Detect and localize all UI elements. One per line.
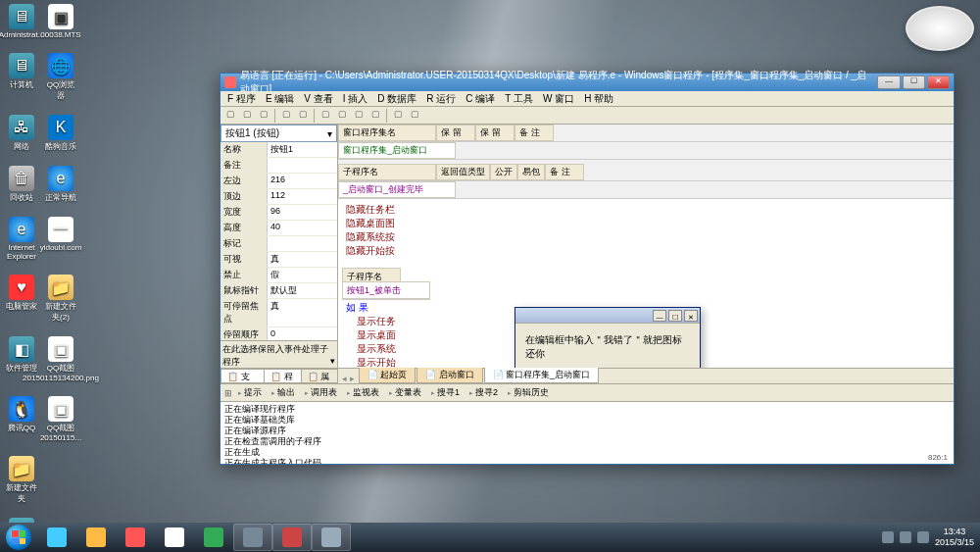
output-tab[interactable]: 搜寻1 [427,385,464,400]
menu-item[interactable]: R 运行 [421,91,461,106]
property-grid[interactable]: 名称按钮1备注左边216顶边112宽度96高度40标记可视真禁止假鼠标指针默认型… [220,142,337,340]
editor-tab[interactable]: 📄 启动窗口 [416,367,483,383]
subroutine-name-2[interactable]: 按钮1_被单击 [342,281,430,299]
property-row[interactable]: 鼠标指针默认型 [220,283,337,299]
menu-item[interactable]: D 数据库 [372,91,421,106]
dialog-minimize-button[interactable]: — [653,310,666,322]
code-editor[interactable]: 子程序名 按钮1_被单击 隐藏任务栏隐藏桌面图隐藏系统按隐藏开始按如 果 显示任… [338,199,954,368]
property-value[interactable]: 96 [268,205,337,220]
desktop-icon[interactable]: 🖧网络 [4,115,39,152]
sidebar-gadget[interactable] [906,6,974,51]
tray-icon[interactable] [917,531,929,543]
property-row[interactable]: 可视真 [220,252,337,268]
property-value[interactable]: 216 [268,174,337,188]
toolbar-button[interactable]: ▢ [390,108,406,124]
desktop-icon[interactable]: 一yidoubi.com [43,217,78,261]
output-tab[interactable]: 监视表 [343,385,383,400]
start-button[interactable] [0,523,37,552]
taskbar-item[interactable] [272,524,312,551]
ide-titlebar[interactable]: 易语言 [正在运行] - C:\Users\Administrator.USER… [220,74,954,91]
toolbar-button[interactable]: ▢ [351,108,367,124]
property-row[interactable]: 高度40 [220,221,337,236]
panel-tab[interactable]: 📋 支持库 [220,369,265,383]
output-tab[interactable]: 输出 [268,385,299,400]
menu-item[interactable]: T 工具 [500,91,538,106]
desktop-icon[interactable]: 🖥Administrat... [4,4,39,39]
output-tab[interactable]: 变量表 [385,385,425,400]
toolbar-button[interactable]: ▢ [368,108,383,124]
property-row[interactable]: 标记 [220,236,337,252]
desktop-icon[interactable]: ♥电脑管家 [4,275,39,323]
clock[interactable]: 13:43 2015/3/15 [935,527,974,548]
subroutine-name[interactable]: _启动窗口_创建完毕 [338,181,456,198]
desktop-icon[interactable]: ▣QQ截图20150115134200.png [43,336,78,382]
output-tab[interactable]: 调用表 [301,385,341,400]
menu-item[interactable]: E 编辑 [261,91,299,106]
menu-item[interactable]: W 窗口 [538,91,579,106]
assembly-name[interactable]: 窗口程序集_启动窗口 [338,142,456,159]
toolbar-button[interactable]: ▢ [334,108,350,124]
code-line[interactable]: 隐藏任务栏 [346,203,946,217]
property-row[interactable]: 左边216 [220,174,337,189]
property-row[interactable]: 停留顺序0 [220,327,337,340]
maximize-button[interactable]: ☐ [903,75,925,89]
toolbar-button[interactable]: ▢ [407,108,422,124]
desktop-icon[interactable]: e正常导航 [43,166,78,203]
property-value[interactable]: 真 [268,252,337,267]
object-selector[interactable]: 按钮1 (按钮) ▾ [220,125,337,142]
property-row[interactable]: 宽度96 [220,205,337,221]
desktop-icon[interactable]: 🐧腾讯QQ [4,396,39,442]
toolbar-button[interactable]: ▢ [318,108,333,124]
property-row[interactable]: 禁止假 [220,268,337,283]
editor-tab[interactable]: 📄 窗口程序集_启动窗口 [484,367,600,383]
tray-icon[interactable] [882,531,894,543]
desktop-icon[interactable]: 📁新建文件夹 [4,456,39,504]
output-panel[interactable]: 正在编译现行程序正在编译基础类库正在编译源程序正在检查需调用的子程序正在生成正在… [220,401,954,464]
toolbar-button[interactable]: ▢ [295,108,311,124]
desktop-icon[interactable]: 📁新建文件夹(2) [43,275,78,323]
minimize-button[interactable]: — [877,75,900,89]
code-line[interactable]: 隐藏桌面图 [346,217,946,230]
dialog-close-button[interactable]: ✕ [684,310,698,322]
desktop-icon[interactable]: 🌐QQ浏览器 [43,53,78,101]
property-value[interactable] [268,236,337,251]
menu-item[interactable]: V 查看 [299,91,337,106]
panel-tab[interactable]: 📋 属性 [301,369,338,383]
desktop-icon[interactable]: 🖥计算机 [4,53,39,101]
taskbar-item[interactable] [312,524,351,551]
property-value[interactable]: 默认型 [268,283,337,298]
property-value[interactable]: 真 [268,299,337,326]
taskbar-item[interactable] [116,524,155,551]
toolbar-button[interactable]: ▢ [239,108,255,124]
dialog-maximize-button[interactable]: ☐ [668,310,682,322]
output-tab[interactable]: 搜寻2 [466,385,502,400]
code-line[interactable]: 隐藏系统按 [346,230,946,244]
property-row[interactable]: 顶边112 [220,189,337,205]
property-row[interactable]: 名称按钮1 [220,142,337,158]
menu-item[interactable]: C 编译 [461,91,500,106]
close-button[interactable]: ✕ [927,75,950,89]
property-value[interactable]: 0 [268,327,337,340]
taskbar-item[interactable] [37,524,76,551]
property-value[interactable]: 按钮1 [268,142,337,157]
desktop-icon[interactable]: ▣00038.MTS [43,4,78,39]
output-tab[interactable]: 剪辑历史 [504,385,553,400]
property-value[interactable] [268,158,337,173]
system-tray[interactable]: 13:43 2015/3/15 [876,527,980,548]
taskbar-item[interactable] [76,524,116,551]
property-row[interactable]: 可停留焦点真 [220,299,337,327]
menu-item[interactable]: H 帮助 [579,91,618,106]
editor-tab[interactable]: 📄 起始页 [359,367,416,383]
output-tab[interactable]: 提示 [234,385,266,400]
property-value[interactable]: 40 [268,221,337,235]
desktop-icon[interactable]: ▣QQ截图20150115... [43,396,78,442]
taskbar-item[interactable] [233,524,272,551]
toolbar-button[interactable]: ▢ [222,108,238,124]
property-value[interactable]: 假 [268,268,337,282]
desktop-icon[interactable]: eInternet Explorer [4,217,39,261]
desktop-icon[interactable]: 🗑回收站 [4,166,39,203]
dialog-titlebar[interactable]: — ☐ ✕ [515,308,700,324]
property-value[interactable]: 112 [268,189,337,204]
taskbar-item[interactable] [194,524,233,551]
taskbar-item[interactable] [155,524,194,551]
